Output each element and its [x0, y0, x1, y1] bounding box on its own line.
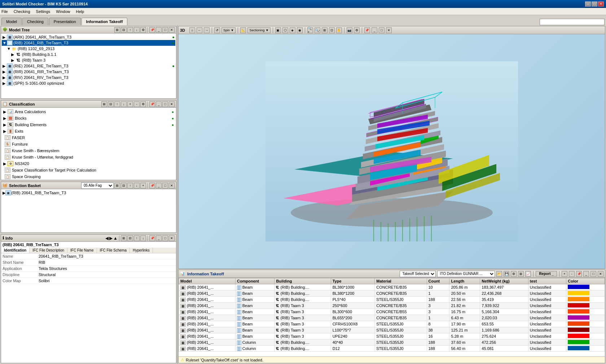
column-header[interactable]: Material: [375, 278, 427, 284]
info-tab-ifc-desc[interactable]: IFC File Description: [30, 248, 67, 253]
tab-information-takeoff[interactable]: Information Takeoff: [82, 18, 128, 25]
3d-min[interactable]: _: [372, 27, 377, 33]
minimize-button[interactable]: ─: [585, 1, 591, 6]
class-item-blocks[interactable]: ▶ 🧱 Blocks ●: [2, 115, 175, 121]
takeoff-row[interactable]: ▦ (RIB) 20641_...│ Beam🏗 (RIB) Taarn 3L1…: [179, 327, 605, 333]
class-min[interactable]: _: [156, 101, 162, 107]
class-close[interactable]: ✕: [169, 101, 175, 107]
nav-up-btn[interactable]: ▲: [113, 236, 118, 241]
tree-toolbar-btn1[interactable]: ⊞: [114, 27, 120, 33]
3d-fwd-btn[interactable]: →: [204, 27, 210, 33]
class-btn4[interactable]: ↓: [121, 101, 127, 107]
info-close[interactable]: ✕: [169, 235, 175, 241]
takeoff-row[interactable]: ▦ (RIB) 20641_...│ Beam🏗 (RIB) Building.…: [179, 290, 605, 297]
takeoff-save-btn[interactable]: 💾: [504, 271, 509, 277]
menu-file[interactable]: File: [1, 9, 8, 14]
takeoff-open-btn[interactable]: 📂: [496, 271, 502, 277]
info-tab-ifc-schema[interactable]: IFC File Schema: [97, 248, 130, 253]
column-header[interactable]: Length: [449, 278, 480, 284]
3d-zoom-fit-btn[interactable]: ⊞: [322, 27, 328, 33]
3d-zoom-sel-btn[interactable]: ⊡: [329, 27, 335, 33]
3d-section-dropdown[interactable]: Sectioning ▼: [247, 27, 270, 33]
tree-item-ark[interactable]: ▶ ▦ (ARK) 20641_ARK_TreTaarn_T3 ●: [2, 34, 175, 40]
tree-item-riv[interactable]: ▶ ▦ (RIV) 20641_RIV_TreTaarn_T3: [2, 75, 175, 80]
class-pin[interactable]: 📌: [149, 101, 155, 107]
tree-max-btn[interactable]: □: [162, 27, 168, 33]
basket-content[interactable]: ▶ ▦ (RIB) 20641_RIB_TreTaarn_T3: [1, 189, 176, 232]
3d-shade-btn[interactable]: ◉: [297, 27, 303, 33]
3d-close[interactable]: ✕: [386, 27, 392, 33]
takeoff-row[interactable]: ▦ (RIB) 20641_...│ Beam🏗 (RIB) Taarn 325…: [179, 303, 605, 309]
info-btn2[interactable]: ⊟: [127, 235, 133, 241]
menu-checking[interactable]: Checking: [14, 9, 30, 14]
class-btn2[interactable]: ⊟: [108, 101, 114, 107]
class-item-faser[interactable]: 📋 FASER: [2, 134, 175, 141]
menu-settings[interactable]: Settings: [36, 9, 50, 14]
basket-max[interactable]: □: [162, 183, 168, 188]
class-item-ns3420[interactable]: ▶ ⚙ NS3420: [2, 160, 175, 167]
basket-btn3[interactable]: ↑: [127, 183, 133, 188]
class-btn6[interactable]: -: [134, 101, 140, 107]
3d-home-btn[interactable]: ⌂: [189, 27, 195, 33]
tree-item-rib[interactable]: ▼ ▦ (RIB) 20641_RIB_TreTaarn_T3 ●: [2, 40, 175, 46]
close-button[interactable]: ✕: [598, 1, 604, 6]
basket-btn1[interactable]: ⊞: [114, 183, 120, 188]
tree-item-building[interactable]: ▶ 🏗 (RIB) Building.b.1.1: [10, 52, 175, 57]
info-tab-ifc-name[interactable]: IFC File Name: [67, 248, 97, 253]
tab-checking[interactable]: Checking: [22, 18, 48, 25]
maximize-button[interactable]: □: [592, 1, 597, 6]
takeoff-pin[interactable]: 📌: [576, 271, 582, 277]
tree-toolbar-btn5[interactable]: ⚙: [140, 27, 146, 33]
nav-back-btn[interactable]: ◀: [105, 236, 109, 241]
model-tree-content[interactable]: ▶ ▦ (ARK) 20641_ARK_TreTaarn_T3 ● ▼ ▦ (R…: [1, 34, 176, 98]
tree-close-btn[interactable]: ✕: [169, 27, 175, 33]
tree-pin-btn[interactable]: 📌: [149, 27, 155, 33]
class-item-exits[interactable]: ▶ 🚪 Exits: [2, 128, 175, 134]
basket-dropdown[interactable]: 05 Alle Fag: [81, 182, 114, 189]
tab-model[interactable]: Model: [1, 18, 22, 25]
basket-item-rib[interactable]: ▶ ▦ (RIB) 20641_RIB_TreTaarn_T3: [2, 190, 175, 196]
3d-wireframe-btn[interactable]: ⬡: [282, 27, 288, 33]
takeoff-remove-btn[interactable]: -: [569, 271, 575, 277]
class-item-space-class[interactable]: 📋 Space Classification for Target Price …: [2, 167, 175, 173]
takeoff-dropdown2[interactable]: ITO Definition GUNNAR ...: [437, 271, 495, 277]
classification-content[interactable]: ▶ 📊 Area Calculations ● ▶ 🧱 Blocks ● ▶ 🏗…: [1, 108, 176, 180]
class-item-kruse2[interactable]: 📋 Kruse Smith - Utførelse, ferdiggrad: [2, 154, 175, 160]
column-header[interactable]: test: [528, 278, 566, 284]
info-max[interactable]: □: [162, 235, 168, 241]
column-header[interactable]: Count: [427, 278, 449, 284]
info-pin[interactable]: 📌: [149, 235, 155, 241]
class-btn1[interactable]: ⊞: [101, 101, 107, 107]
takeoff-row[interactable]: ▦ (RIB) 20641_...│ Beam🏗 (RIB) Taarn 3BL…: [179, 315, 605, 321]
report-button[interactable]: Report _: [536, 271, 557, 276]
takeoff-row[interactable]: ▦ (RIB) 20641_...│ Beam🏗 (RIB) Building.…: [179, 297, 605, 303]
column-header[interactable]: Color: [566, 278, 605, 284]
info-content[interactable]: (RIB) 20641_RIB_TreTaarn_T3 Identificati…: [1, 242, 176, 363]
info-tab-hyperlinks[interactable]: Hyperlinks: [130, 248, 153, 253]
class-item-buildingelements[interactable]: ▶ 🏗 Building Elements ●: [2, 121, 175, 128]
info-btn4[interactable]: ↓: [140, 235, 146, 241]
column-header[interactable]: Component: [236, 278, 275, 284]
class-btn5[interactable]: +: [127, 101, 133, 107]
info-btn1[interactable]: ⊞: [121, 235, 127, 241]
column-header[interactable]: Building: [275, 278, 331, 284]
takeoff-grid-btn[interactable]: ⊞: [518, 271, 524, 277]
tree-item-rie[interactable]: ▶ ▦ (RIE) 20641_RIE_TreTaarn_T3 ●: [2, 63, 175, 69]
3d-pin[interactable]: 📌: [364, 27, 370, 33]
takeoff-add-btn[interactable]: +: [562, 271, 567, 277]
3d-transparency-btn[interactable]: ◈: [290, 27, 295, 33]
takeoff-row[interactable]: ▦ (RIB) 20641_...│ Column🏗 (RIB) Buildin…: [179, 346, 605, 352]
tree-item-1102[interactable]: ▼ 📁 (RIB) 1102_69_2913: [6, 46, 175, 52]
nav-fwd-btn[interactable]: ▶: [109, 236, 113, 241]
3d-camera-btn[interactable]: 📷: [347, 27, 352, 33]
3d-zoom-in-btn[interactable]: 🔍+: [307, 27, 313, 33]
takeoff-table-container[interactable]: ModelComponentBuildingTypeMaterialCountL…: [179, 278, 605, 356]
basket-close[interactable]: ✕: [169, 183, 175, 188]
tree-item-rir[interactable]: ▶ ▦ (RIR) 20641_RIR_TreTaarn_T3: [2, 69, 175, 75]
view-3d[interactable]: 3D ⌂ ← → ↺ Spin ▼ 📐 Sectioning ▼ ▣ ⬡ ◈ ◉…: [178, 26, 605, 269]
3d-section-btn[interactable]: 📐: [240, 27, 246, 33]
3d-zoom-out-btn[interactable]: 🔍-: [315, 27, 320, 33]
takeoff-row[interactable]: ▦ (RIB) 20641_...│ Beam🏗 (RIB) Taarn 3UP…: [179, 333, 605, 339]
tree-toolbar-btn4[interactable]: ↓: [134, 27, 140, 33]
3d-max[interactable]: □: [379, 27, 385, 33]
